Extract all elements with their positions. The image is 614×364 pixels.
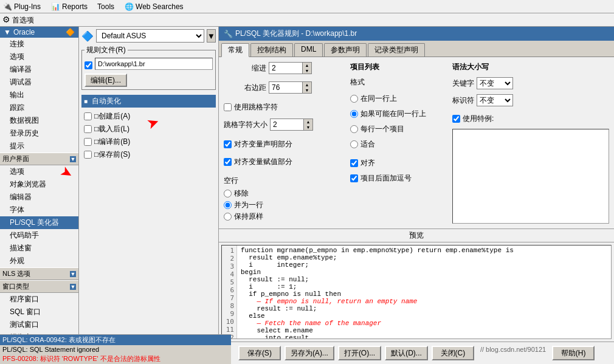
nav-item-plsql-beautifier[interactable]: PL/SQL 美化器 xyxy=(0,216,78,229)
margin-arrows: ▲ ▼ xyxy=(302,81,312,94)
file-group: 规则文件(R) 编辑(E)... xyxy=(81,45,216,90)
use-special-row: 使用特例: xyxy=(452,114,609,124)
item-list-title: 项目列表 xyxy=(350,62,447,72)
default-button[interactable]: 默认(D)... xyxy=(385,346,428,360)
auto-icon: ■ xyxy=(84,98,88,105)
indent-up[interactable]: ▲ xyxy=(303,63,311,68)
radio-keep-input[interactable] xyxy=(224,213,232,221)
preferences-label: ⚙ 首选项 xyxy=(2,15,34,26)
preview-title: 预览 xyxy=(219,229,614,242)
nav-item-dataview[interactable]: 数据视图 xyxy=(0,114,78,127)
tabsize-up[interactable]: ▲ xyxy=(304,119,312,125)
radio-merge-input[interactable] xyxy=(224,201,232,209)
nav-item-appearance[interactable]: 外观 xyxy=(0,255,78,267)
checkbox-save-input[interactable] xyxy=(84,151,92,159)
dialog-content: 缩进 ▲ ▼ 右边距 ▲ ▼ xyxy=(219,57,614,228)
tab-general[interactable]: 常规 xyxy=(221,43,249,57)
radio-one-per-line-input[interactable] xyxy=(350,125,358,133)
tab-record-types[interactable]: 记录类型声明 xyxy=(368,43,425,57)
section-nls[interactable]: NLS 选项 ▼ xyxy=(0,267,78,280)
tabsize-input[interactable] xyxy=(270,118,303,131)
menu-tools[interactable]: Tools xyxy=(97,2,114,11)
nav-item-ui-options[interactable]: 选项 xyxy=(0,165,78,178)
tabsize-spinbox: ▲ ▼ xyxy=(270,118,313,131)
tab-size-label: 跳格字符大小 xyxy=(224,120,267,130)
tab-dml[interactable]: DML xyxy=(294,43,323,57)
save-as-button[interactable]: 另存为(A)... xyxy=(285,346,334,360)
radio-same-line-input[interactable] xyxy=(350,95,358,103)
dialog-panel: 🔧 PL/SQL 美化器规则 - D:\workapp\1.br 常规 控制结构… xyxy=(219,27,614,364)
margin-down[interactable]: ▼ xyxy=(303,88,311,93)
radio-if-possible-input[interactable] xyxy=(350,110,358,118)
web-icon: 🌐 xyxy=(124,2,134,12)
nav-item-code-assistant[interactable]: 代码助手 xyxy=(0,229,78,242)
nav-item-test-window[interactable]: 测试窗口 xyxy=(0,318,78,331)
checkbox-load-input[interactable] xyxy=(84,125,92,133)
open-button[interactable]: 打开(O)... xyxy=(338,346,381,360)
help-button[interactable]: 帮助(H) xyxy=(552,346,595,360)
nav-item-debugger[interactable]: 调试器 xyxy=(0,76,78,89)
radio-remove: 移除 xyxy=(224,188,345,199)
tab-params[interactable]: 参数声明 xyxy=(324,43,367,57)
trailing-comma-checkbox[interactable] xyxy=(350,174,358,182)
nav-item-hints[interactable]: 提示 xyxy=(0,140,78,153)
radio-remove-input[interactable] xyxy=(224,190,232,197)
align-check-row: 对齐 xyxy=(350,158,447,168)
right-margin-label: 右边距 xyxy=(224,83,266,93)
nav-item-connect[interactable]: 连接 xyxy=(0,38,78,50)
blank-lines-section: 空行 移除 并为一行 保持原样 xyxy=(224,176,345,223)
align-decl-checkbox[interactable] xyxy=(224,140,232,148)
profile-icon: 🔷 xyxy=(81,30,94,42)
dialog-title: 🔧 PL/SQL 美化器规则 - D:\workapp\1.br xyxy=(219,27,614,41)
align-checkbox[interactable] xyxy=(350,159,358,167)
indent-input[interactable] xyxy=(269,62,302,74)
identifier-select[interactable]: 不变 xyxy=(477,94,513,106)
margin-input[interactable] xyxy=(269,81,302,94)
save-button[interactable]: 保存(S) xyxy=(238,346,281,360)
nav-item-output[interactable]: 输出 xyxy=(0,89,78,101)
nav-item-describe[interactable]: 描述窗 xyxy=(0,242,78,255)
tab-control-structure[interactable]: 控制结构 xyxy=(250,43,293,57)
left-panel-header: ▼ Oracle 🔶 xyxy=(0,27,78,38)
checkbox-compile-input[interactable] xyxy=(84,138,92,146)
nav-item-object-browser[interactable]: 对象浏览器 xyxy=(0,178,78,191)
special-textarea[interactable] xyxy=(452,129,609,224)
file-path-input[interactable] xyxy=(95,58,213,70)
profile-dropdown[interactable]: Default ASUS xyxy=(96,29,204,43)
nav-item-options[interactable]: 选项 xyxy=(0,50,78,63)
section-user-interface[interactable]: 用户界面 ▼ xyxy=(0,153,78,165)
nav-item-editor[interactable]: 编辑器 xyxy=(0,191,78,204)
nav-item-login-history[interactable]: 登录历史 xyxy=(0,127,78,140)
dialog-bottom: 保存(S) 另存为(A)... 打开(O)... 默认(D)... 关闭(C) … xyxy=(219,342,614,364)
use-special-checkbox-input[interactable] xyxy=(452,115,460,123)
tabsize-down[interactable]: ▼ xyxy=(304,125,312,130)
checkbox-before-save: □保存前(S) xyxy=(81,148,216,161)
checkbox-after-load: □载入后(L) xyxy=(81,123,216,136)
radio-fit: 适合 xyxy=(350,139,447,149)
nav-item-compiler[interactable]: 编译器 xyxy=(0,63,78,76)
radio-fit-input[interactable] xyxy=(350,140,358,148)
nav-item-trace[interactable]: 跟踪 xyxy=(0,101,78,114)
nav-item-font[interactable]: 字体 xyxy=(0,204,78,216)
file-enabled-checkbox[interactable] xyxy=(85,61,92,69)
margin-spinbox: ▲ ▼ xyxy=(269,81,312,94)
menu-plugins[interactable]: 🔌 Plug-Ins xyxy=(2,2,41,12)
keyword-select[interactable]: 不变 xyxy=(477,77,513,89)
nav-scroll[interactable]: 连接 选项 编译器 调试器 输出 跟踪 数据视图 登录历史 提示 用户界面 ▼ … xyxy=(0,38,78,345)
close-button[interactable]: 关闭(C) xyxy=(432,346,474,360)
menu-web-searches[interactable]: 🌐 Web Searches xyxy=(124,2,184,12)
margin-up[interactable]: ▲ xyxy=(303,82,311,88)
indent-down[interactable]: ▼ xyxy=(303,68,311,74)
menu-reports[interactable]: 📊 Reports xyxy=(50,2,88,12)
nav-item-program-window[interactable]: 程序窗口 xyxy=(0,293,78,306)
use-tab-checkbox[interactable] xyxy=(224,103,232,111)
dropdown-arrow-btn[interactable]: ▼ xyxy=(207,29,216,43)
checkbox-after-create: □创建后(A) xyxy=(81,110,216,123)
top-menu-bar: 🔌 Plug-Ins 📊 Reports Tools 🌐 Web Searche… xyxy=(0,0,614,13)
nav-item-sql-window[interactable]: SQL 窗口 xyxy=(0,306,78,318)
section-window-types[interactable]: 窗口类型 ▼ xyxy=(0,280,78,293)
edit-button[interactable]: 编辑(E)... xyxy=(85,74,127,87)
align-decl-row: 对齐变量声明部分 xyxy=(224,139,345,149)
align-assign-checkbox[interactable] xyxy=(224,158,232,166)
checkbox-create-input[interactable] xyxy=(84,112,92,120)
